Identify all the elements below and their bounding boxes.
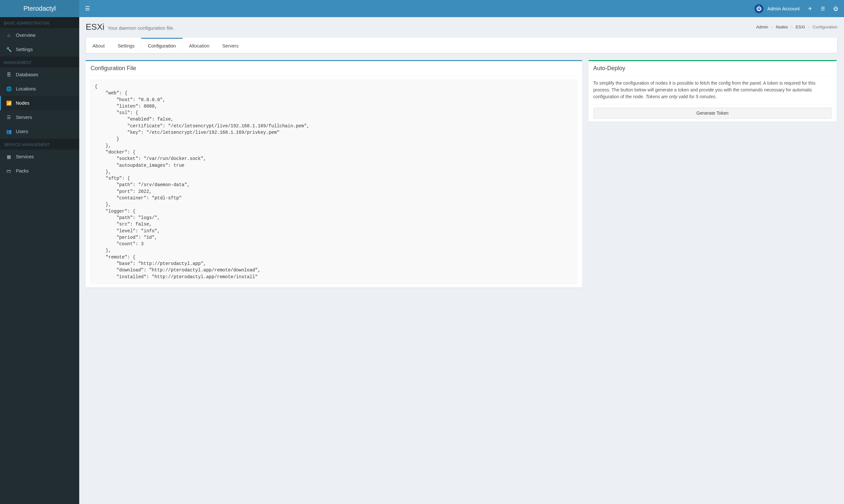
configuration-file-title: Configuration File [90,65,577,72]
sidebar-item-servers[interactable]: ☰Servers [0,110,79,124]
sidebar-item-users[interactable]: 👥Users [0,124,79,139]
power-icon: ⏻ [754,4,763,13]
sidebar-item-services[interactable]: ▦Services [0,149,79,164]
sidebar: Pterodactyl BASIC ADMINISTRATION⌂Overvie… [0,0,79,504]
home-icon: ⌂ [5,33,13,38]
sidebar-item-label: Services [16,154,34,159]
breadcrumb-item[interactable]: Admin [756,24,768,30]
sidebar-section-header: MANAGEMENT [0,56,79,68]
sidebar-item-locations[interactable]: 🌐Locations [0,82,79,96]
chevron-right-icon: > [771,24,773,30]
sidebar-item-overview[interactable]: ⌂Overview [0,28,79,42]
generate-token-button[interactable]: Generate Token [593,108,832,119]
page-subtitle: Your daemon configuration file. [108,25,174,31]
auto-deploy-box: Auto-Deploy To simplify the configuratio… [588,60,837,122]
tab-servers[interactable]: Servers [216,38,245,53]
sidebar-item-label: Overview [16,33,35,38]
sidebar-item-nodes[interactable]: 📶Nodes [0,96,79,110]
globe-icon: 🌐 [5,86,13,91]
sidebar-item-label: Users [16,129,28,134]
logout-icon[interactable]: ⏻ [833,6,838,11]
tab-settings[interactable]: Settings [111,38,141,53]
breadcrumb: Admin>Nodes>ESXi>Configuration [756,24,838,30]
sidebar-section-header: BASIC ADMINISTRATION [0,17,79,28]
th-large-icon: ▦ [5,154,13,159]
auto-deploy-title: Auto-Deploy [593,65,832,72]
tab-configuration[interactable]: Configuration [141,38,183,53]
page-title: ESXi [86,22,104,32]
breadcrumb-item[interactable]: Nodes [776,24,788,30]
database-icon: 🗄 [5,72,13,77]
configuration-file-box: Configuration File { "web": { "host": "0… [86,60,582,288]
configuration-file-content: { "web": { "host": "0.0.0.0", "listen": … [90,80,577,284]
sidebar-item-label: Nodes [16,101,30,106]
wrench-icon: 🔧 [5,47,13,52]
brand-logo[interactable]: Pterodactyl [0,0,79,17]
breadcrumb-item: Configuration [813,24,838,30]
chevron-right-icon: > [807,24,810,30]
sidebar-toggle-icon[interactable]: ☰ [85,5,90,12]
sitemap-icon: 📶 [5,101,13,106]
archive-icon: 🗃 [5,168,13,174]
tab-about[interactable]: About [86,38,111,53]
tab-allocation[interactable]: Allocation [183,38,216,53]
user-menu[interactable]: ⏻ Admin Account [754,4,800,13]
sidebar-item-label: Databases [16,72,38,77]
users-icon: 👥 [5,129,13,134]
sidebar-item-packs[interactable]: 🗃Packs [0,164,79,178]
chevron-right-icon: > [791,24,793,30]
sidebar-section-header: SERVICE MANAGEMENT [0,139,79,149]
user-name: Admin Account [768,6,800,11]
server-icon[interactable]: ☰ [821,6,825,12]
sidebar-item-label: Packs [16,168,29,174]
breadcrumb-item[interactable]: ESXi [795,24,805,30]
sidebar-item-databases[interactable]: 🗄Databases [0,68,79,82]
auto-deploy-note: Tokens are only valid for 5 minutes. [645,94,717,99]
sidebar-item-label: Settings [16,47,33,52]
sidebar-item-settings[interactable]: 🔧Settings [0,42,79,56]
sidebar-item-label: Locations [16,86,36,91]
tabs-container: AboutSettingsConfigurationAllocationServ… [86,38,838,54]
navbar: ☰ ⏻ Admin Account ✈ ☰ ⏻ [79,0,844,17]
server-icon: ☰ [5,115,13,120]
exit-admin-icon[interactable]: ✈ [808,6,812,12]
sidebar-item-label: Servers [16,115,32,120]
